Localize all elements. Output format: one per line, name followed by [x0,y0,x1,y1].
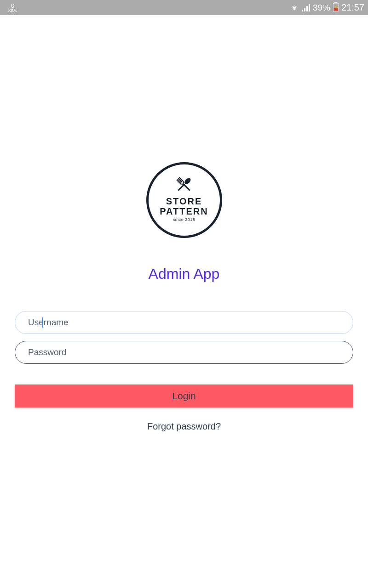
svg-rect-2 [306,6,308,11]
battery-icon [333,2,339,13]
svg-rect-3 [309,4,310,11]
wifi-icon [290,4,299,11]
svg-rect-0 [302,10,303,11]
username-input[interactable] [15,311,353,334]
battery-percentage: 39% [313,3,330,13]
password-input[interactable] [15,341,353,364]
forgot-password-link[interactable]: Forgot password? [147,421,221,432]
login-button[interactable]: Login [15,384,353,407]
fork-spoon-icon [173,176,195,193]
data-speed-value: 0 [11,3,14,9]
clock-time: 21:57 [341,2,364,13]
status-bar: 0 KB/s 39% [0,0,368,15]
svg-rect-8 [178,183,185,191]
logo-text: STORE PATTERN since 2018 [160,196,208,222]
page-title: Admin App [149,266,220,283]
status-right: 39% 21:57 [290,2,364,13]
logo-since: since 2018 [160,218,208,222]
logo: STORE PATTERN since 2018 [146,162,222,238]
logo-circle: STORE PATTERN since 2018 [146,162,222,238]
signal-icon [302,4,310,11]
logo-line-1: STORE [160,196,208,206]
text-caret [42,317,43,328]
data-speed-indicator: 0 KB/s [4,3,17,13]
login-screen: STORE PATTERN since 2018 Admin App Login… [0,15,368,588]
logo-line-2: PATTERN [160,206,208,216]
svg-rect-1 [304,8,305,11]
data-speed-unit: KB/s [8,9,17,13]
